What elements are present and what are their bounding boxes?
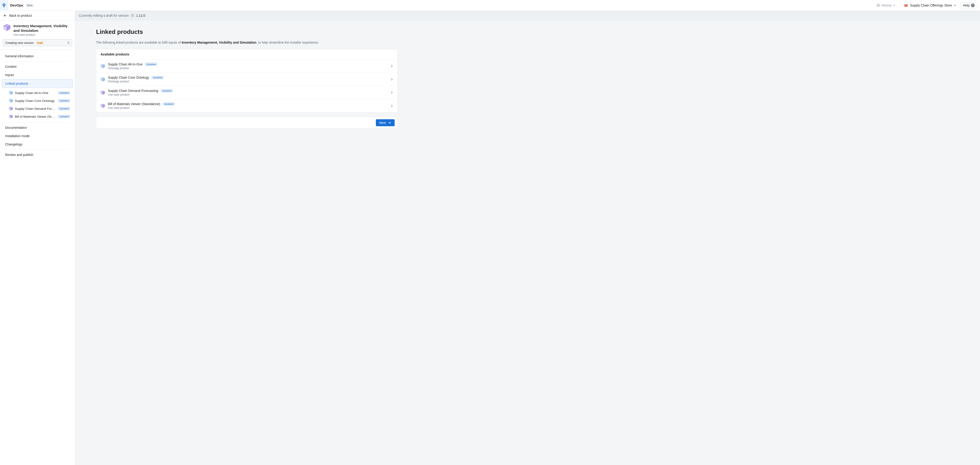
history-icon	[877, 3, 880, 7]
nav-content[interactable]: Content	[2, 62, 73, 71]
cube-icon	[9, 107, 13, 111]
sidebar-linked-subitem[interactable]: Supply Chain Demand For… Updated	[8, 105, 73, 113]
topbar: DevOps Beta History Supply Chain Of	[0, 0, 980, 11]
updated-badge: Updated	[58, 91, 70, 95]
app-logo-icon	[2, 3, 6, 8]
version-icon	[130, 14, 134, 18]
next-label: Next	[379, 121, 386, 124]
product-subtitle: Ontology product	[108, 67, 388, 70]
subitem-label: Supply Chain Demand For…	[15, 107, 56, 110]
updated-badge: Updated	[151, 76, 164, 80]
sidebar-linked-subitem[interactable]: Supply Chain Core Ontology Updated	[8, 97, 73, 105]
draft-badge: Draft	[36, 41, 44, 45]
divider	[899, 2, 900, 8]
nav-inputs[interactable]: Inputs	[2, 71, 73, 79]
cube-icon	[100, 64, 105, 68]
nav-changelogs[interactable]: Changelogs	[2, 140, 73, 148]
updated-badge: Updated	[145, 62, 157, 66]
page-description: The following linked products are availa…	[96, 41, 398, 44]
cube-icon	[9, 91, 13, 95]
product-cube-icon	[3, 24, 11, 31]
back-label: Back to product	[9, 14, 32, 18]
nav-installation-mode[interactable]: Installation mode	[2, 132, 73, 140]
next-panel: Next	[96, 117, 398, 129]
product-name: Bill of Materials Viewer (Standalone)	[108, 102, 160, 106]
nav-general-information[interactable]: General information	[2, 52, 73, 61]
back-to-product-link[interactable]: Back to product	[0, 11, 75, 21]
product-header: Inventory Management, Visibility and Sim…	[0, 21, 75, 39]
svg-point-7	[132, 15, 133, 16]
product-subtitle: Use case product	[108, 93, 388, 96]
product-name: Supply Chain Demand Forecasting	[108, 89, 158, 92]
available-products-panel: Available products Supply Chain All-In-O…	[96, 49, 398, 113]
cube-icon	[100, 90, 105, 95]
draft-banner: Currently editing a draft for version 1.…	[75, 11, 980, 21]
sidebar: Back to product Inventory Management, Vi…	[0, 11, 75, 465]
product-row[interactable]: Bill of Materials Viewer (Standalone) Up…	[96, 99, 398, 112]
sidebar-linked-subitem[interactable]: Bill of Materials Viewer (Sta… Updated	[8, 113, 73, 120]
product-subtitle: Use case product	[13, 33, 72, 37]
product-row[interactable]: Supply Chain Demand Forecasting Updated …	[96, 86, 398, 99]
chevron-right-icon	[390, 65, 393, 67]
banner-version: 1.11.0	[136, 14, 145, 18]
beta-badge: Beta	[26, 3, 34, 7]
updated-badge: Updated	[58, 99, 70, 103]
product-name: Supply Chain Core Ontology	[108, 76, 149, 80]
cube-icon	[100, 77, 105, 82]
product-title: Inventory Management, Visibility and Sim…	[13, 24, 72, 33]
updated-badge: Updated	[58, 107, 70, 110]
cube-icon	[100, 104, 105, 108]
store-icon	[904, 4, 908, 7]
product-row[interactable]: Supply Chain All-In-One Updated Ontology…	[96, 60, 398, 73]
updated-badge: Updated	[162, 102, 175, 106]
main-area: Currently editing a draft for version 1.…	[75, 11, 980, 465]
help-icon: ?	[971, 3, 975, 7]
desc-strong: Inventory Management, Visibility and Sim…	[182, 41, 256, 44]
next-button[interactable]: Next	[376, 119, 395, 126]
nav-review-publish[interactable]: Review and publish	[2, 151, 73, 159]
arrow-right-icon	[388, 121, 391, 124]
subitem-label: Supply Chain All-In-One	[15, 91, 56, 95]
sort-icon	[67, 41, 70, 44]
version-select-label: Creating new version	[5, 41, 33, 45]
updated-badge: Updated	[161, 89, 173, 92]
chevron-down-icon	[893, 4, 895, 6]
chevron-right-icon	[390, 78, 393, 81]
app-title: DevOps	[10, 3, 24, 7]
cube-icon	[9, 115, 13, 119]
help-label: Help	[963, 3, 970, 7]
divider	[4, 122, 71, 123]
version-selector[interactable]: Creating new version Draft	[3, 39, 72, 46]
chevron-down-icon	[954, 4, 956, 6]
subitem-label: Bill of Materials Viewer (Sta…	[15, 115, 56, 118]
app-logo[interactable]	[0, 0, 8, 11]
desc-suffix: , to help streamline the installer exper…	[256, 41, 319, 44]
nav-documentation[interactable]: Documentation	[2, 123, 73, 132]
store-selector[interactable]: Supply Chain Offerings Store	[904, 3, 956, 7]
product-subtitle: Use case product	[108, 106, 388, 110]
page-title: Linked products	[96, 28, 398, 35]
nav-linked-products[interactable]: Linked products	[2, 79, 73, 88]
chevron-right-icon	[390, 104, 393, 107]
updated-badge: Updated	[58, 115, 70, 118]
arrow-left-icon	[3, 14, 7, 18]
help-button[interactable]: Help ?	[960, 2, 977, 8]
banner-prefix: Currently editing a draft for version	[79, 14, 129, 18]
product-name: Supply Chain All-In-One	[108, 62, 142, 66]
history-label: History	[881, 3, 892, 7]
desc-prefix: The following linked products are availa…	[96, 41, 182, 44]
store-name: Supply Chain Offerings Store	[910, 3, 952, 7]
product-row[interactable]: Supply Chain Core Ontology Updated Ontol…	[96, 73, 398, 86]
panel-header: Available products	[96, 49, 398, 60]
chevron-right-icon	[390, 91, 393, 94]
divider	[4, 61, 71, 62]
sidebar-linked-subitem[interactable]: Supply Chain All-In-One Updated	[8, 89, 73, 97]
history-button[interactable]: History	[877, 3, 896, 7]
cube-icon	[9, 99, 13, 103]
product-subtitle: Ontology product	[108, 80, 388, 83]
subitem-label: Supply Chain Core Ontology	[15, 99, 56, 103]
